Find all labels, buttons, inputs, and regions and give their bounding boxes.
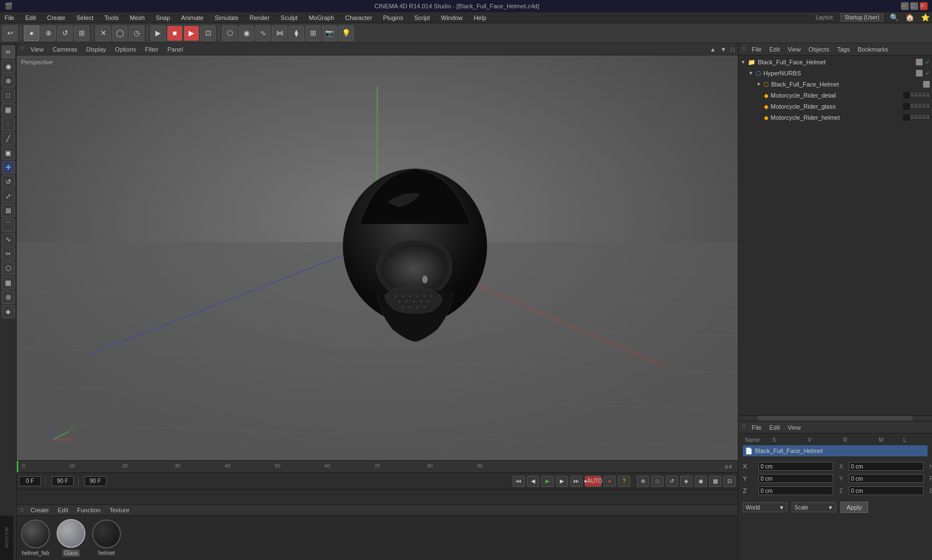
render-to-po-button[interactable]: ▶ [184, 26, 199, 41]
render-picture-button[interactable]: ■ [167, 26, 183, 41]
powerslider-button[interactable]: ◈ [680, 476, 692, 487]
objmgr-view-menu[interactable]: View [786, 45, 803, 54]
help-record-button[interactable]: ? [618, 476, 630, 487]
attr-edit-menu[interactable]: Edit [768, 423, 782, 432]
vp-control-2[interactable]: ▼ [720, 46, 726, 53]
interactive-render-button[interactable]: ⊡ [200, 26, 216, 41]
mat-edit-menu[interactable]: Edit [55, 506, 70, 515]
effector-button[interactable]: ⊞ [305, 26, 321, 41]
tool-rect[interactable]: □ [2, 89, 15, 102]
attr-input-x-pos[interactable] [758, 462, 833, 471]
tool-transform[interactable]: ⊠ [2, 204, 15, 217]
prev-frame-button[interactable]: ◀ [527, 476, 539, 487]
menu-file[interactable]: File [2, 13, 17, 22]
spline-button[interactable]: ∿ [255, 26, 271, 41]
obj-row-helmet-part[interactable]: ◆ Motorcycle_Rider_helmet ⠿⠿⠿⠿⠿ [738, 112, 932, 123]
obj-expand-hypernurbs[interactable]: ▼ [748, 70, 753, 76]
object-manager-scrollbar[interactable] [738, 415, 932, 421]
menu-mesh[interactable]: Mesh [128, 13, 147, 22]
material-helmet-fab[interactable]: helmet_fab [21, 520, 50, 556]
record-button[interactable]: ● [604, 476, 616, 487]
tool-snap[interactable]: ◈ [2, 305, 15, 318]
menu-snap[interactable]: Snap [154, 13, 173, 22]
obj-expand-root[interactable]: ▼ [741, 59, 746, 65]
auto-key-button[interactable]: ●AUTO [585, 476, 601, 487]
nurbs-button[interactable]: ⋈ [272, 26, 287, 41]
menu-character[interactable]: Character [343, 13, 374, 22]
menu-create[interactable]: Create [45, 13, 68, 22]
menu-tools[interactable]: Tools [102, 13, 121, 22]
obj-row-helmet-child[interactable]: ▼ ⬡ Black_Full_Face_Helmet [738, 79, 932, 90]
menu-mograph[interactable]: MoGraph [306, 13, 336, 22]
menu-simulate[interactable]: Simulate [212, 13, 241, 22]
scale-tool-button[interactable]: ⊞ [74, 26, 89, 41]
tool-object[interactable]: ◉ [2, 60, 15, 73]
vp-options-menu[interactable]: Options [113, 45, 138, 54]
next-frame-button[interactable]: ▶ [556, 476, 568, 487]
object-mode-button[interactable]: ✕ [95, 26, 111, 41]
tool-magnet[interactable]: ⊛ [2, 291, 15, 304]
tool-grid[interactable]: ▦ [2, 276, 15, 289]
menu-animate[interactable]: Animate [179, 13, 206, 22]
3d-viewport[interactable]: Perspective [17, 55, 738, 460]
vp-filter-menu[interactable]: Filter [143, 45, 160, 54]
attr-input-z-pos[interactable] [758, 486, 833, 495]
apply-button[interactable]: Apply [840, 502, 868, 513]
menu-help[interactable]: Help [472, 13, 489, 22]
cube-button[interactable]: ⬡ [222, 26, 237, 41]
sphere-button[interactable]: ◉ [239, 26, 254, 41]
attr-input-y-pos[interactable] [758, 474, 833, 483]
tool-bend[interactable]: ⌒ [2, 218, 15, 232]
key-all-button[interactable]: ⊕ [637, 476, 649, 487]
polygon-mode-button[interactable]: ◯ [112, 26, 128, 41]
attr-selected-object-row[interactable]: 📄 Black_Full_Face_Helmet [743, 445, 928, 456]
vp-control-3[interactable]: □ [731, 46, 735, 53]
move-tool-button[interactable]: ● [24, 26, 39, 41]
render-preview-button[interactable]: ▶ [150, 26, 166, 41]
tool-loop[interactable]: ⬡ [2, 262, 15, 275]
objmgr-edit-menu[interactable]: Edit [768, 45, 782, 54]
obj-row-glass[interactable]: ◆ Motorcycle_Rider_glass ⠿⠿⠿⠿⠿ [738, 101, 932, 112]
attr-view-menu[interactable]: View [786, 423, 803, 432]
mat-function-menu[interactable]: Function [75, 506, 103, 515]
menu-select[interactable]: Select [74, 13, 96, 22]
motion-button[interactable]: ◉ [695, 476, 707, 487]
tool-point[interactable]: · [2, 118, 15, 131]
tool-brush[interactable]: ∿ [2, 233, 15, 246]
timeline-ruler[interactable]: 0 10 20 30 40 50 60 70 80 90 0 F [17, 461, 738, 473]
bookmark-icon[interactable]: ⭐ [921, 13, 930, 22]
tool-poly[interactable]: ▦ [2, 103, 15, 116]
rotate-tool-button[interactable]: ↺ [57, 26, 73, 41]
obj-expand-helmet-child[interactable]: ▼ [756, 82, 761, 87]
tool-scale[interactable]: ⤢ [2, 190, 15, 203]
vp-cameras-menu[interactable]: Cameras [50, 45, 80, 54]
edge-mode-button[interactable]: ◷ [129, 26, 144, 41]
go-to-start-button[interactable]: ⏮ [513, 476, 525, 487]
tool-select-all[interactable]: ⊕ [2, 74, 15, 88]
tool-move[interactable]: ✚ [2, 161, 15, 174]
close-button[interactable]: ✕ [920, 2, 928, 10]
vp-control-1[interactable]: ▲ [710, 46, 716, 53]
attr-input-y-rot[interactable] [849, 474, 924, 483]
light-button[interactable]: 💡 [338, 26, 354, 41]
camera-button[interactable]: 📷 [322, 26, 337, 41]
objmgr-bookmarks-menu[interactable]: Bookmarks [856, 45, 890, 54]
menu-window[interactable]: Window [439, 13, 465, 22]
search-icon[interactable]: 🔍 [890, 13, 899, 22]
current-frame-input[interactable] [19, 476, 41, 486]
tool-model[interactable]: M [2, 45, 15, 59]
menu-plugins[interactable]: Plugins [381, 13, 406, 22]
select-tool-button[interactable]: ⊕ [40, 26, 56, 41]
attr-scale-dropdown[interactable]: Scale ▼ [792, 502, 836, 512]
menu-edit[interactable]: Edit [23, 13, 38, 22]
attr-file-menu[interactable]: File [750, 423, 763, 432]
go-to-end-button[interactable]: ⏭ [570, 476, 582, 487]
tool-rotate[interactable]: ↺ [2, 175, 15, 189]
deformer-button[interactable]: ⧫ [288, 26, 304, 41]
vp-view-menu[interactable]: View [28, 45, 46, 54]
obj-row-detail[interactable]: ◆ Motorcycle_Rider_detail ⠿⠿⠿⠿⠿ [738, 90, 932, 101]
obj-row-root[interactable]: ▼ 📁 Black_Full_Face_Helmet ✓ [738, 57, 932, 68]
mat-create-menu[interactable]: Create [28, 506, 51, 515]
vp-panel-menu[interactable]: Panel [165, 45, 185, 54]
tool-knife[interactable]: ✂ [2, 247, 15, 261]
